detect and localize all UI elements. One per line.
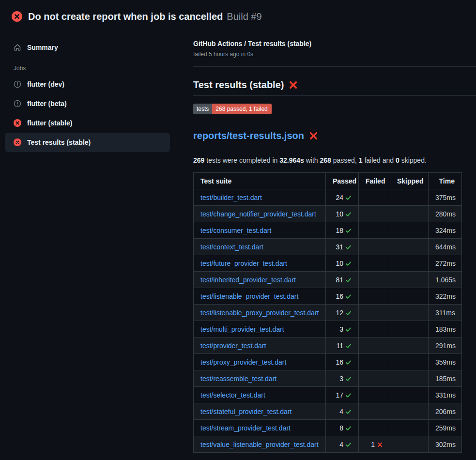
- passed-value: 3: [339, 325, 343, 333]
- test-suite-link[interactable]: test/consumer_test.dart: [200, 227, 271, 234]
- check-icon: [345, 293, 352, 300]
- sidebar-item-flutter-dev[interactable]: flutter (dev): [5, 75, 170, 94]
- time-cell: 311ms: [429, 305, 462, 321]
- check-icon: [345, 211, 352, 217]
- failure-cross-icon: [289, 80, 298, 90]
- table-row: test/provider_test.dart11291ms: [194, 337, 462, 354]
- time-cell: 259ms: [429, 420, 462, 436]
- skipped-cell: [390, 206, 429, 222]
- jobs-heading: Jobs: [0, 65, 184, 72]
- passed-value: 16: [336, 358, 343, 366]
- failed-cell: [359, 420, 390, 436]
- sidebar-item-flutter-beta[interactable]: flutter (beta): [5, 94, 170, 113]
- table-row: test/multi_provider_test.dart3183ms: [194, 321, 462, 337]
- passed-value: 17: [336, 391, 343, 399]
- suite-cell: test/change_notifier_provider_test.dart: [194, 206, 326, 222]
- failed-cell: [359, 305, 390, 321]
- test-suite-link[interactable]: test/selector_test.dart: [200, 391, 265, 399]
- passed-cell: 16: [326, 288, 359, 305]
- suite-cell: test/reassemble_test.dart: [194, 370, 326, 387]
- skipped-cell: [390, 222, 429, 239]
- passed-cell: 16: [326, 354, 359, 370]
- suite-cell: test/provider_test.dart: [194, 337, 326, 354]
- failed-cell: [359, 255, 390, 272]
- sidebar-item-label: flutter (stable): [27, 119, 72, 127]
- table-row: test/value_listenable_provider_test.dart…: [194, 436, 462, 453]
- skipped-count: 0: [396, 156, 399, 164]
- sidebar-item-summary[interactable]: Summary: [5, 38, 170, 57]
- passed-cell: 12: [326, 305, 359, 321]
- sidebar-item-flutter-stable[interactable]: flutter (stable): [5, 113, 170, 133]
- test-suite-link[interactable]: test/proxy_provider_test.dart: [200, 358, 286, 366]
- failed-cell: [359, 354, 390, 370]
- sidebar-item-test-results-stable[interactable]: Test results (stable): [5, 133, 170, 152]
- check-icon: [345, 261, 352, 267]
- check-icon: [345, 195, 352, 201]
- duration: 32.964s: [279, 156, 304, 164]
- test-suite-link[interactable]: test/stateful_provider_test.dart: [200, 408, 292, 415]
- table-row: test/change_notifier_provider_test.dart1…: [194, 206, 462, 222]
- table-row: test/stateful_provider_test.dart4206ms: [194, 403, 462, 420]
- table-row: test/listenable_provider_test.dart16322m…: [194, 288, 462, 305]
- suite-cell: test/consumer_test.dart: [194, 222, 326, 239]
- passed-value: 11: [336, 342, 343, 350]
- passed-value: 18: [336, 227, 343, 234]
- skipped-cell: [390, 321, 429, 337]
- skipped-cell: [390, 255, 429, 272]
- test-suite-link[interactable]: test/value_listenable_provider_test.dart: [200, 441, 319, 448]
- table-row: test/listenable_proxy_provider_test.dart…: [194, 305, 462, 321]
- test-suite-link[interactable]: test/context_test.dart: [200, 243, 263, 251]
- check-icon: [345, 392, 352, 399]
- failed-value: 1: [371, 441, 375, 448]
- table-row: test/reassemble_test.dart3185ms: [194, 370, 462, 387]
- test-suite-link[interactable]: test/listenable_provider_test.dart: [200, 292, 298, 300]
- time-cell: 359ms: [429, 354, 462, 370]
- suite-cell: test/listenable_proxy_provider_test.dart: [194, 305, 326, 321]
- failed-status-icon: [14, 138, 21, 146]
- passed-value: 12: [336, 309, 343, 317]
- test-results-table: Test suite Passed Failed Skipped Time te…: [193, 172, 462, 453]
- skipped-cell: [390, 189, 429, 206]
- build-number: Build #9: [227, 11, 261, 22]
- test-suite-link[interactable]: test/builder_test.dart: [200, 194, 262, 201]
- test-suite-link[interactable]: test/future_provider_test.dart: [200, 260, 287, 267]
- table-row: test/context_test.dart31644ms: [194, 239, 462, 255]
- suite-cell: test/future_provider_test.dart: [194, 255, 326, 272]
- passed-cell: 10: [326, 206, 359, 222]
- time-cell: 324ms: [429, 222, 462, 239]
- passed-cell: 24: [326, 189, 359, 206]
- time-cell: 1.065s: [429, 272, 462, 288]
- failed-cell: [359, 403, 390, 420]
- test-suite-link[interactable]: test/multi_provider_test.dart: [200, 325, 284, 333]
- test-suite-link[interactable]: test/provider_test.dart: [200, 342, 266, 350]
- main-content: GitHub Actions / Test results (stable) f…: [184, 25, 476, 453]
- failure-cross-icon: [309, 131, 318, 140]
- check-icon: [345, 277, 352, 283]
- table-header-row: Test suite Passed Failed Skipped Time: [194, 173, 462, 189]
- suite-cell: test/builder_test.dart: [194, 189, 326, 206]
- failed-cell: [359, 239, 390, 255]
- total-count: 269: [193, 156, 204, 164]
- passed-value: 31: [336, 243, 343, 251]
- suite-cell: test/listenable_provider_test.dart: [194, 288, 326, 305]
- time-cell: 644ms: [429, 239, 462, 255]
- failed-status-icon: [12, 11, 22, 22]
- failed-count: 1: [359, 156, 363, 164]
- sidebar-item-label: flutter (beta): [27, 100, 67, 107]
- tests-summary: 269 tests were completed in 32.964s with…: [193, 156, 476, 164]
- test-suite-link[interactable]: test/stream_provider_test.dart: [200, 424, 291, 432]
- time-cell: 322ms: [429, 288, 462, 305]
- passed-cell: 4: [326, 403, 359, 420]
- test-suite-link[interactable]: test/change_notifier_provider_test.dart: [200, 210, 316, 218]
- test-suite-link[interactable]: test/inherited_provider_test.dart: [200, 276, 296, 284]
- sidebar: Summary Jobs flutter (dev) flutter (beta…: [0, 25, 184, 152]
- suite-cell: test/proxy_provider_test.dart: [194, 354, 326, 370]
- tests-badge: tests 268 passed, 1 failed: [193, 104, 272, 114]
- test-suite-link[interactable]: test/listenable_proxy_provider_test.dart: [200, 309, 319, 317]
- suite-cell: test/multi_provider_test.dart: [194, 321, 326, 337]
- skipped-cell: [390, 288, 429, 305]
- page-title: Do not create report when job is cancell…: [28, 11, 223, 22]
- sidebar-item-label: flutter (dev): [27, 80, 64, 88]
- test-suite-link[interactable]: test/reassemble_test.dart: [200, 375, 276, 383]
- report-file-link[interactable]: reports/test-results.json: [193, 130, 304, 141]
